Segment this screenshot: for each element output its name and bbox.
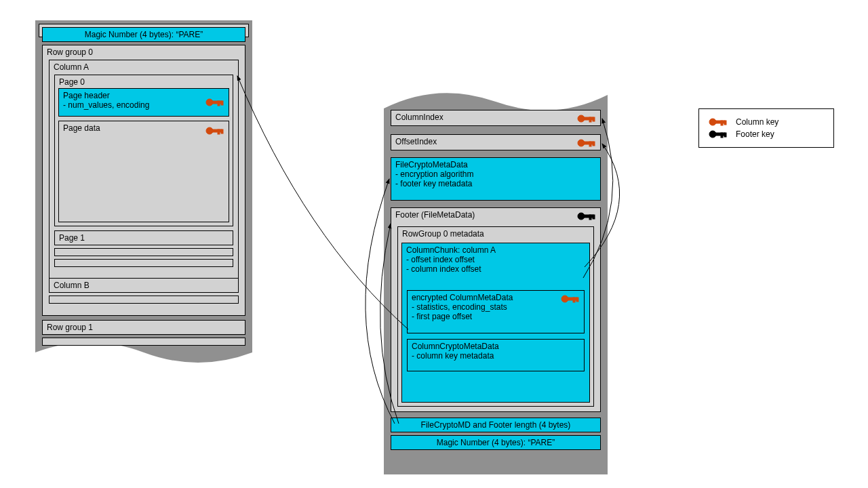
- page-header: Page header - num_values, encoding: [58, 88, 229, 117]
- page-data: Page data: [58, 121, 229, 222]
- offset-index-label: OffsetIndex: [395, 137, 437, 146]
- fcmd-line3: - footer key metadata: [395, 179, 472, 188]
- legend-col-label: Column key: [736, 117, 778, 127]
- colB-label: Column B: [54, 281, 90, 290]
- enc-line1: encrypted ColumnMetaData: [412, 293, 513, 302]
- svg-rect-30: [721, 133, 723, 138]
- rg0meta-label: RowGroup 0 metadata: [402, 229, 484, 239]
- svg-rect-31: [724, 133, 726, 137]
- column-b: Column B: [49, 278, 239, 293]
- length-footer: FileCryptoMD and Footer length (4 bytes): [391, 418, 601, 432]
- svg-rect-26: [721, 121, 723, 125]
- ph-line1: Page header: [63, 91, 110, 100]
- page-data-label: Page data: [63, 123, 100, 133]
- chunk-line2: - offset index offset: [406, 255, 475, 264]
- rowgroup-ellipsis: [42, 338, 245, 346]
- svg-rect-22: [573, 298, 575, 302]
- svg-rect-23: [576, 298, 578, 302]
- rg0-label: Row group 0: [47, 47, 93, 57]
- svg-rect-17: [584, 215, 593, 218]
- enc-line3: - first page offset: [412, 312, 472, 321]
- fcmd-line1: FileCryptoMetaData: [395, 160, 468, 169]
- key-icon: [577, 113, 596, 123]
- page0-label: Page 0: [59, 77, 85, 87]
- page-ellipsis: [54, 248, 233, 256]
- svg-rect-25: [715, 121, 725, 123]
- ph-line2: - num_values, encoding: [63, 100, 149, 110]
- column-index: ColumnIndex: [391, 110, 601, 126]
- rg1-label: Row group 1: [47, 323, 93, 332]
- column-ellipsis: [49, 296, 239, 304]
- page-1: Page 1: [54, 230, 233, 245]
- svg-rect-1: [212, 101, 222, 104]
- svg-rect-3: [221, 101, 223, 105]
- key-icon: [709, 117, 728, 127]
- encrypted-column-metadata: encrypted ColumnMetaData - statistics, e…: [407, 290, 585, 333]
- chunk-line1: ColumnChunk: column A: [406, 245, 496, 255]
- footer-label: Footer (FileMetaData): [395, 210, 475, 220]
- svg-rect-10: [589, 117, 591, 122]
- ccmd-line2: - column key metadata: [412, 351, 494, 361]
- svg-rect-2: [218, 101, 220, 106]
- page-ellipsis2: [54, 259, 233, 267]
- svg-rect-18: [589, 215, 591, 220]
- magic-top: Magic Number (4 bytes): “PARE”: [42, 27, 245, 42]
- svg-rect-29: [715, 133, 725, 136]
- key-icon: [709, 129, 728, 139]
- svg-rect-21: [568, 298, 577, 300]
- file-crypto-metadata: FileCryptoMetaData - encryption algorith…: [391, 157, 601, 201]
- svg-rect-27: [724, 121, 726, 125]
- svg-rect-11: [593, 117, 595, 121]
- column-index-label: ColumnIndex: [395, 113, 443, 122]
- key-icon: [577, 211, 596, 221]
- svg-rect-5: [212, 129, 222, 132]
- column-crypto-metadata: ColumnCryptoMetaData - column key metada…: [407, 339, 585, 371]
- legend: Column key Footer key: [698, 108, 834, 148]
- svg-rect-13: [584, 142, 593, 144]
- svg-rect-15: [593, 142, 595, 146]
- svg-rect-19: [593, 215, 595, 219]
- fcmd-line2: - encryption algorithm: [395, 169, 473, 179]
- chunk-line3: - column index offset: [406, 264, 481, 274]
- magic-bottom: Magic Number (4 bytes): “PARE”: [391, 435, 601, 450]
- offset-index: OffsetIndex: [391, 134, 601, 150]
- legend-column-key: Column key: [709, 117, 824, 127]
- svg-rect-9: [584, 117, 593, 120]
- key-icon: [205, 97, 224, 107]
- svg-rect-7: [221, 129, 223, 134]
- ccmd-line1: ColumnCryptoMetaData: [412, 342, 499, 351]
- rowgroup-1: Row group 1: [42, 320, 245, 335]
- legend-footer-key: Footer key: [709, 129, 824, 139]
- enc-line2: - statistics, encoding_stats: [412, 302, 507, 312]
- key-icon: [205, 125, 224, 136]
- svg-rect-14: [589, 142, 591, 146]
- colA-label: Column A: [54, 62, 89, 72]
- svg-rect-6: [218, 129, 220, 134]
- key-icon: [577, 138, 596, 148]
- key-icon: [561, 293, 580, 304]
- page1-label: Page 1: [59, 233, 85, 243]
- legend-foot-label: Footer key: [736, 129, 774, 139]
